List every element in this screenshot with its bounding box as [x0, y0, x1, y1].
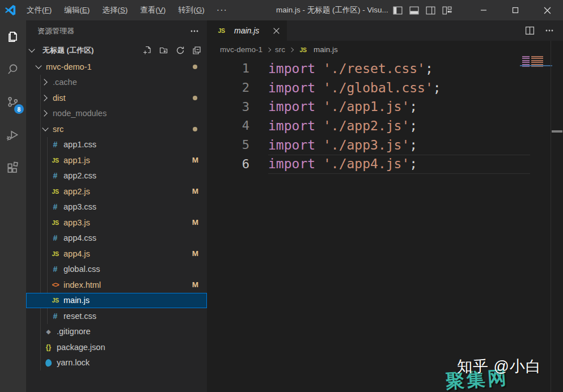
css-file-icon [50, 202, 61, 211]
code-line-6[interactable]: 6import './app4.js'; [207, 154, 563, 173]
git-modified-badge: M [192, 156, 198, 164]
tree-item-app3.css[interactable]: app3.css [26, 199, 207, 215]
tree-item-app1.css[interactable]: app1.css [26, 137, 207, 153]
menu-overflow-button[interactable]: ··· [211, 0, 233, 20]
search-icon[interactable] [0, 53, 26, 86]
tree-item-dist[interactable]: dist [26, 90, 207, 106]
line-number: 5 [207, 138, 249, 152]
file-label: app1.css [64, 140, 96, 149]
menu-item[interactable]: 编辑(E) [58, 0, 96, 20]
menu-item[interactable]: 文件(F) [20, 0, 58, 20]
menu-bar: 文件(F)编辑(E)选择(S)查看(V)转到(G) [20, 0, 211, 20]
tree-item-reset.css[interactable]: reset.css [26, 308, 207, 324]
tab-label: main.js [234, 26, 259, 35]
new-file-icon[interactable] [143, 46, 152, 55]
close-tab-icon[interactable] [273, 27, 280, 35]
menu-item[interactable]: 查看(V) [134, 0, 172, 20]
split-editor-icon[interactable] [525, 26, 535, 35]
breadcrumb-separator-icon [266, 47, 271, 52]
menu-item[interactable]: 转到(G) [172, 0, 211, 20]
tree-item-.cache[interactable]: .cache [26, 75, 207, 91]
close-window-button[interactable] [531, 0, 563, 20]
code-text: import './reset.css'; [268, 61, 433, 76]
explorer-sidebar: 资源管理器 无标题 (工作区) mvc-demo-1.cachedistnode… [26, 20, 207, 392]
file-label: main.js [64, 296, 90, 305]
tree-item-app4.js[interactable]: app4.jsM [26, 246, 207, 262]
toggle-sidebar-icon[interactable] [393, 6, 403, 15]
vscode-window: { "window": { "title": "main.js - 无标题 (工… [0, 0, 563, 392]
tree-item-app2.css[interactable]: app2.css [26, 168, 207, 184]
explorer-more-actions-icon[interactable] [190, 27, 199, 36]
js-file-icon [50, 157, 61, 164]
file-label: app2.js [64, 187, 90, 196]
run-debug-icon[interactable] [0, 119, 26, 152]
file-label: src [53, 125, 64, 134]
window-title: main.js - 无标题 (工作区) - Visu... [276, 0, 388, 20]
sidebar-title: 资源管理器 [37, 26, 74, 36]
editor-more-actions-icon[interactable] [545, 26, 554, 35]
tree-item-node_modules[interactable]: node_modules [26, 106, 207, 122]
tree-item-package.json[interactable]: package.json [26, 339, 207, 355]
chevron-down-icon [35, 62, 41, 69]
breadcrumb-item-mvc-demo-1[interactable]: mvc-demo-1 [220, 45, 263, 54]
tree-item-app1.js[interactable]: app1.jsM [26, 152, 207, 168]
toggle-panel-icon[interactable] [409, 6, 419, 15]
minimize-button[interactable] [468, 0, 499, 20]
code-line-5[interactable]: 5import './app3.js'; [207, 135, 563, 155]
modified-dot-indicator [193, 127, 197, 131]
refresh-icon[interactable] [176, 46, 185, 55]
extensions-icon[interactable] [0, 152, 26, 185]
code-editor[interactable]: 1import './reset.css';2import './global.… [207, 58, 563, 392]
tree-item-yarn.lock[interactable]: yarn.lock [26, 355, 207, 371]
tab-main-js[interactable]: main.js [207, 20, 287, 41]
line-number: 1 [207, 61, 249, 75]
tree-item-app3.js[interactable]: app3.jsM [26, 215, 207, 231]
code-text: import './app2.js'; [268, 118, 417, 133]
js-file-icon [50, 297, 61, 304]
file-label: node_modules [53, 109, 107, 118]
file-label: index.html [64, 280, 101, 289]
breadcrumb-item-file[interactable]: main.js [298, 45, 338, 54]
tree-item-.gitignore[interactable]: .gitignore [26, 324, 207, 340]
js-file-icon [50, 250, 61, 257]
tree-item-main.js[interactable]: main.js [26, 293, 207, 309]
collapse-all-icon[interactable] [192, 46, 201, 55]
editor-group: main.js mvc-demo-1srcmain.js 1import './… [207, 20, 563, 392]
code-line-4[interactable]: 4import './app2.js'; [207, 116, 563, 135]
tree-item-global.css[interactable]: global.css [26, 262, 207, 278]
chevron-down-icon [28, 46, 35, 52]
tree-item-app4.css[interactable]: app4.css [26, 231, 207, 246]
js-file-icon [216, 27, 227, 34]
code-line-1[interactable]: 1import './reset.css'; [207, 59, 563, 78]
chevron-right-icon [41, 110, 47, 117]
customize-layout-icon[interactable] [442, 6, 452, 15]
menu-item[interactable]: 选择(S) [96, 0, 134, 20]
workspace-section-header[interactable]: 无标题 (工作区) [26, 42, 207, 59]
file-label: .gitignore [57, 327, 91, 336]
tree-item-app2.js[interactable]: app2.jsM [26, 184, 207, 199]
json-file-icon [43, 343, 54, 351]
css-file-icon [50, 233, 61, 242]
line-number: 3 [207, 100, 249, 114]
git-modified-badge: M [192, 187, 198, 195]
tab-bar: main.js [207, 20, 563, 41]
yarn-file-icon [43, 359, 54, 367]
toggle-secondary-sidebar-icon[interactable] [426, 6, 435, 15]
file-label: app3.css [64, 202, 96, 211]
line-number: 6 [207, 157, 249, 171]
tree-item-src[interactable]: src [26, 121, 207, 137]
breadcrumb-item-src[interactable]: src [275, 45, 285, 54]
tree-item-index.html[interactable]: index.htmlM [26, 277, 207, 293]
code-line-3[interactable]: 3import './app1.js'; [207, 97, 563, 116]
explorer-icon[interactable] [0, 20, 26, 53]
code-line-2[interactable]: 2import './global.css'; [207, 78, 563, 97]
source-control-icon[interactable]: 8 [0, 86, 26, 119]
file-label: app3.js [64, 218, 90, 227]
tree-item-mvc-demo-1[interactable]: mvc-demo-1 [26, 59, 207, 75]
maximize-button[interactable] [499, 0, 531, 20]
new-folder-icon[interactable] [159, 46, 168, 55]
window-controls [393, 0, 563, 20]
file-label: package.json [57, 343, 105, 352]
file-label: app4.js [64, 249, 90, 258]
chevron-down-icon [42, 125, 48, 131]
